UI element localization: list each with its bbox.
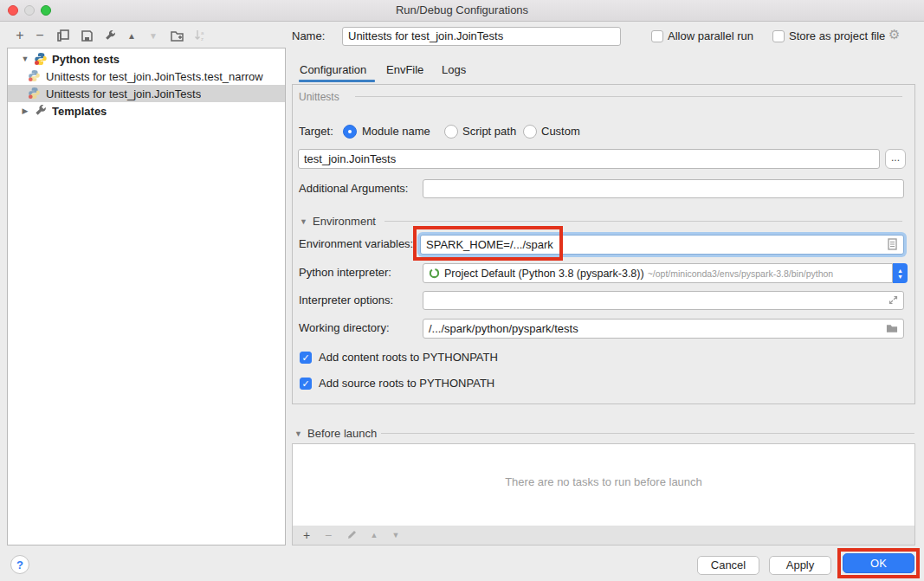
store-as-project-file-checkbox[interactable] — [772, 30, 785, 42]
move-down-button[interactable]: ▼ — [145, 28, 161, 43]
pencil-icon — [346, 530, 357, 540]
radio-custom-label: Custom — [541, 122, 580, 141]
environment-collapse-icon[interactable]: ▼ — [300, 217, 307, 226]
tree-item-label: Python tests — [52, 53, 120, 66]
additional-arguments-input[interactable] — [423, 179, 904, 198]
tab-configuration[interactable]: Configuration — [300, 62, 366, 78]
folder-plus-icon — [171, 30, 184, 42]
minus-icon: − — [36, 28, 43, 43]
svg-text:a: a — [201, 30, 204, 36]
python-interpreter-label: Python interpreter: — [299, 263, 391, 282]
ok-button[interactable]: OK — [843, 553, 914, 573]
browse-module-button[interactable]: ... — [885, 149, 906, 169]
templates-wrench-icon — [34, 104, 48, 118]
python-interpreter-select[interactable]: Project Default (Python 3.8 (pyspark-3.8… — [423, 263, 893, 283]
working-directory-label: Working directory: — [299, 319, 390, 338]
store-as-project-file-label: Store as project file — [789, 29, 885, 43]
move-task-up-button[interactable]: ▲ — [367, 528, 381, 542]
tree-item-label: Unittests for test_join.JoinTests.test_n… — [46, 70, 263, 83]
chevron-right-icon[interactable]: ▶ — [20, 107, 30, 115]
before-launch-task-list: There are no tasks to run before launch — [292, 443, 915, 526]
apply-button[interactable]: Apply — [769, 556, 831, 575]
tree-item-label: Templates — [52, 105, 107, 118]
question-mark-icon: ? — [16, 558, 23, 571]
edit-templates-button[interactable] — [102, 28, 118, 43]
radio-script-path[interactable] — [444, 125, 458, 139]
remove-configuration-button[interactable]: − — [32, 28, 48, 43]
group-divider — [384, 221, 902, 222]
radio-custom[interactable] — [523, 125, 537, 139]
interpreter-value: Project Default (Python 3.8 (pyspark-3.8… — [444, 268, 644, 280]
before-launch-collapse-icon[interactable]: ▼ — [294, 429, 302, 438]
group-divider — [355, 96, 902, 97]
before-launch-toolbar: + − ▲ ▼ — [292, 526, 915, 545]
configurations-tree: ▼ Python tests Unittests for test_join.J… — [7, 48, 286, 545]
python-tests-icon — [34, 52, 48, 66]
python-test-config-icon — [28, 69, 42, 83]
gear-icon[interactable]: ⚙ — [888, 27, 900, 42]
tab-logs[interactable]: Logs — [442, 62, 466, 78]
arrow-up-icon: ▲ — [127, 31, 136, 41]
folder-icon[interactable] — [886, 323, 910, 333]
radio-script-path-label: Script path — [462, 122, 516, 141]
radio-module-name[interactable] — [343, 125, 357, 139]
source-roots-label: Add source roots to PYTHONPATH — [319, 377, 494, 391]
cancel-button[interactable]: Cancel — [697, 556, 759, 575]
interpreter-options-input[interactable] — [423, 291, 904, 310]
interpreter-path: ~/opt/miniconda3/envs/pyspark-3.8/bin/py… — [648, 268, 834, 279]
conda-env-icon — [429, 268, 440, 279]
create-new-folder-button[interactable] — [169, 28, 184, 43]
source-roots-checkbox[interactable]: ✓ — [300, 378, 312, 390]
target-label: Target: — [299, 122, 333, 141]
plus-icon: + — [303, 528, 310, 542]
help-button[interactable]: ? — [10, 555, 29, 574]
move-up-button[interactable]: ▲ — [124, 28, 139, 43]
environment-variables-input[interactable]: SPARK_HOME=/.../spark — [420, 235, 904, 255]
arrow-up-icon: ▲ — [371, 531, 378, 539]
unittests-group-title: Unittests — [299, 91, 339, 103]
group-divider — [381, 433, 914, 434]
tree-item-label: Unittests for test_join.JoinTests — [46, 87, 201, 100]
remove-task-button[interactable]: − — [321, 528, 335, 542]
python-test-config-icon — [28, 87, 42, 100]
additional-arguments-label: Additional Arguments: — [299, 179, 408, 198]
expand-icon[interactable] — [888, 295, 910, 305]
before-launch-empty-text: There are no tasks to run before launch — [293, 475, 914, 488]
plus-icon: + — [16, 28, 23, 43]
window-title: Run/Debug Configurations — [0, 3, 924, 16]
interpreter-stepper-icon[interactable]: ▲▼ — [893, 263, 908, 283]
add-configuration-button[interactable]: + — [12, 28, 28, 43]
add-task-button[interactable]: + — [300, 528, 313, 542]
svg-text:z: z — [201, 36, 204, 42]
wrench-icon — [104, 29, 116, 42]
sort-configurations-button[interactable]: az — [192, 28, 208, 43]
content-roots-checkbox[interactable]: ✓ — [300, 352, 312, 364]
minus-icon: − — [325, 528, 332, 542]
content-roots-label: Add content roots to PYTHONPATH — [319, 351, 498, 365]
module-name-input[interactable]: test_join.JoinTests — [298, 149, 880, 169]
tree-item-python-tests[interactable]: ▼ Python tests — [8, 50, 285, 68]
working-directory-input[interactable]: /.../spark/python/pyspark/tests — [423, 319, 904, 339]
name-label: Name: — [292, 27, 325, 46]
run-debug-configurations-dialog: { "window": { "title": "Run/Debug Config… — [0, 0, 924, 581]
sort-az-icon: az — [194, 29, 206, 42]
edit-variables-icon[interactable] — [888, 238, 910, 250]
allow-parallel-run-checkbox[interactable] — [651, 30, 663, 42]
titlebar: Run/Debug Configurations — [0, 0, 924, 22]
configuration-panel: Unittests Target: Module name Script pat… — [292, 84, 915, 404]
tree-item-unittests-test-narrow[interactable]: Unittests for test_join.JoinTests.test_n… — [8, 68, 285, 85]
active-tab-indicator — [299, 80, 375, 82]
arrow-down-icon: ▼ — [392, 531, 400, 539]
save-icon — [81, 30, 93, 42]
tab-envfile[interactable]: EnvFile — [386, 62, 423, 78]
environment-section-title: Environment — [313, 215, 376, 228]
save-configuration-button[interactable] — [79, 28, 94, 43]
edit-task-button[interactable] — [345, 528, 359, 542]
name-input[interactable]: Unittests for test_join.JoinTests — [342, 27, 621, 46]
interpreter-options-label: Interpreter options: — [299, 291, 393, 310]
chevron-down-icon[interactable]: ▼ — [20, 55, 30, 63]
tree-item-templates[interactable]: ▶ Templates — [8, 102, 285, 119]
tree-item-unittests-jointests-selected[interactable]: Unittests for test_join.JoinTests — [8, 85, 285, 102]
move-task-down-button[interactable]: ▼ — [389, 528, 403, 542]
copy-configuration-button[interactable] — [55, 28, 71, 43]
